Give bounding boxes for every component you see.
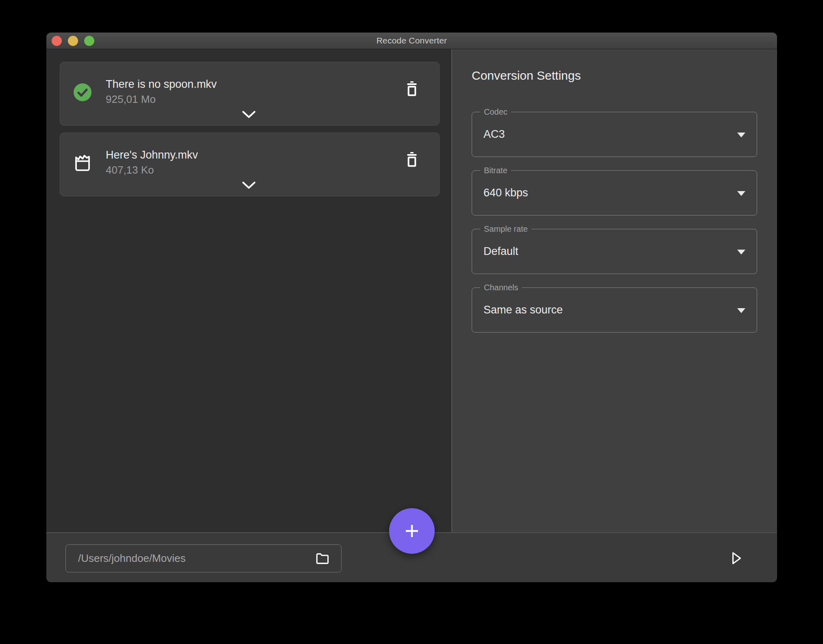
caret-down-icon <box>737 133 745 137</box>
file-name: There is no spoon.mkv <box>106 77 217 91</box>
delete-file-button[interactable] <box>404 79 420 99</box>
select-label: Codec <box>480 107 511 117</box>
select-value: Default <box>472 245 518 258</box>
caret-down-icon <box>737 191 745 196</box>
chevron-down-icon <box>241 110 259 119</box>
file-name: Here's Johnny.mkv <box>106 148 198 162</box>
bitrate-select[interactable]: Bitrate 640 kbps <box>472 170 757 215</box>
window-controls <box>52 33 94 49</box>
select-value: 640 kbps <box>472 187 528 199</box>
sample-rate-select[interactable]: Sample rate Default <box>472 229 757 274</box>
file-info: There is no spoon.mkv 925,01 Mo <box>106 77 217 107</box>
titlebar: Recode Converter <box>46 33 777 49</box>
delete-file-button[interactable] <box>404 150 420 170</box>
zoom-button[interactable] <box>84 36 94 46</box>
caret-down-icon <box>737 250 745 255</box>
file-list: There is no spoon.mkv 925,01 Mo <box>46 49 451 532</box>
file-size: 925,01 Mo <box>106 91 217 107</box>
close-button[interactable] <box>52 36 62 46</box>
select-value: Same as source <box>472 304 563 316</box>
file-card: There is no spoon.mkv 925,01 Mo <box>60 62 440 126</box>
movie-clapper-icon <box>73 153 92 173</box>
plus-icon <box>401 520 422 542</box>
minimize-button[interactable] <box>68 36 78 46</box>
start-conversion-button[interactable] <box>730 551 745 566</box>
select-label: Channels <box>480 283 522 292</box>
settings-panel: Conversion Settings Codec AC3 Bitrate 64… <box>452 49 777 532</box>
codec-select[interactable]: Codec AC3 <box>472 112 757 157</box>
select-label: Bitrate <box>480 165 511 175</box>
chevron-down-icon <box>241 181 259 190</box>
caret-down-icon <box>737 308 745 313</box>
add-file-fab[interactable] <box>389 508 435 554</box>
settings-title: Conversion Settings <box>472 69 758 83</box>
expand-file-button[interactable] <box>241 110 259 120</box>
settings-fields: Codec AC3 Bitrate 640 kbps Sample rate D… <box>472 112 758 333</box>
file-info: Here's Johnny.mkv 407,13 Ko <box>106 148 198 178</box>
file-size: 407,13 Ko <box>106 162 198 178</box>
expand-file-button[interactable] <box>241 181 259 190</box>
play-outline-icon <box>730 551 745 566</box>
output-path-field <box>65 544 342 572</box>
browse-folder-button[interactable] <box>315 545 341 572</box>
channels-select[interactable]: Channels Same as source <box>472 287 757 333</box>
folder-icon <box>315 552 330 565</box>
window-title: Recode Converter <box>377 36 447 46</box>
select-label: Sample rate <box>480 224 531 234</box>
output-path-input[interactable] <box>66 552 315 565</box>
file-card: Here's Johnny.mkv 407,13 Ko <box>60 133 440 196</box>
trash-icon <box>404 150 420 170</box>
check-circle-icon <box>73 83 92 102</box>
trash-icon <box>404 79 420 99</box>
main-content: There is no spoon.mkv 925,01 Mo <box>46 49 777 532</box>
app-window: Recode Converter There is no spoon.mkv 9… <box>46 33 777 582</box>
select-value: AC3 <box>472 128 505 141</box>
